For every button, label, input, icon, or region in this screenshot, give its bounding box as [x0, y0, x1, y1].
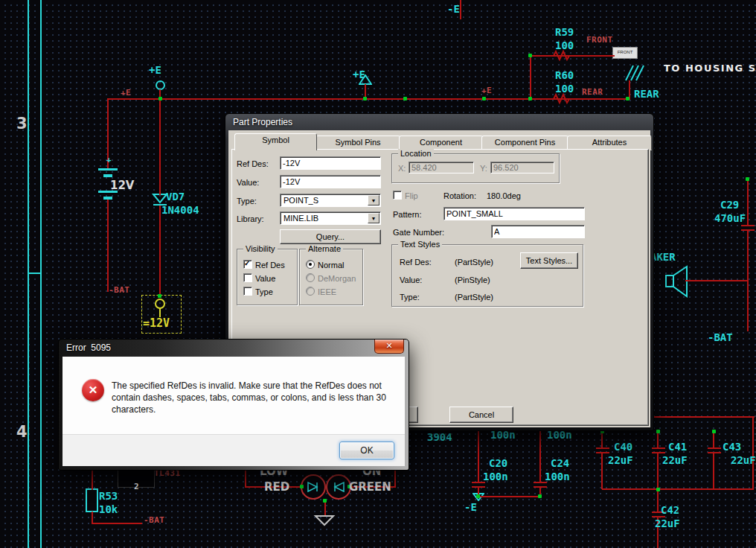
sheet-border-line	[28, 0, 29, 548]
refdes-input[interactable]	[280, 156, 381, 170]
capacitor-plate	[708, 447, 721, 449]
schematic-label: -E	[464, 502, 477, 513]
schematic-label: 100	[555, 40, 574, 51]
error-icon: ✕	[82, 379, 104, 401]
alternate-demorgan-radio	[306, 273, 315, 282]
schematic-label: +E	[149, 65, 161, 76]
wire-segment	[747, 179, 749, 225]
schematic-label: +E	[481, 86, 492, 95]
junction-dot	[626, 97, 630, 101]
rotation-value: 180.0deg	[487, 191, 521, 200]
error-body: ✕ The specified RefDes is invalid. Make …	[63, 357, 405, 466]
schematic-label: +E	[121, 89, 131, 98]
dialog-titlebar[interactable]: Part Properties	[225, 114, 653, 130]
schematic-label: TO HOUSING SH	[664, 63, 756, 74]
junction-dot	[363, 97, 367, 101]
error-message: The specified RefDes is invalid. Make su…	[112, 380, 386, 415]
schematic-label: R53	[99, 491, 118, 502]
net-port-label: FRONT	[618, 50, 633, 54]
wire-segment	[245, 470, 246, 487]
schematic-label: 3	[16, 115, 28, 132]
junction-dot	[403, 97, 407, 101]
gate-number-input[interactable]	[491, 225, 585, 238]
schematic-label: 100n	[490, 430, 516, 441]
wire-segment	[713, 453, 714, 489]
wire-segment	[531, 98, 628, 100]
location-group: Location X: Y:	[391, 153, 560, 183]
text-styles-group-label: Text Styles	[398, 240, 442, 249]
schematic-label: 3904	[427, 432, 452, 443]
junction-dot	[158, 294, 161, 298]
wire-segment	[601, 453, 603, 489]
ts-type-label: Type:	[400, 293, 420, 302]
visibility-type-checkbox[interactable]	[243, 287, 252, 296]
cancel-button[interactable]: Cancel	[449, 407, 513, 423]
pattern-label: Pattern:	[393, 210, 422, 219]
wire-segment	[92, 523, 142, 524]
tab-attributes[interactable]: Attributes	[567, 136, 652, 150]
schematic-label: FRONT	[586, 36, 613, 45]
wire-segment	[324, 500, 326, 515]
dropdown-button[interactable]: ▼	[368, 195, 379, 206]
ts-refdes-label: Ref Des:	[400, 258, 432, 267]
junction-dot	[746, 177, 749, 181]
schematic-label: R60	[555, 70, 574, 81]
schematic-label: +E	[353, 69, 365, 80]
error-title: Error 5095	[66, 342, 111, 353]
sheet-border-line	[103, 197, 112, 200]
capacitor-plate	[652, 447, 665, 449]
schematic-label: C41	[668, 442, 687, 453]
tab-symbol-pins[interactable]: Symbol Pins	[315, 136, 400, 150]
tab-symbol[interactable]: Symbol	[234, 133, 317, 150]
chevron-down-icon: ▼	[371, 216, 377, 221]
schematic-label: C24	[551, 458, 569, 469]
pattern-input[interactable]	[443, 207, 585, 220]
schematic-label: 12V	[110, 180, 134, 192]
capacitor-plate	[708, 452, 721, 453]
selected-point-symbol	[155, 299, 165, 309]
junction-dot	[656, 430, 660, 433]
junction-dot	[538, 494, 542, 498]
ok-button[interactable]: OK	[339, 442, 394, 459]
sheet-border-line	[103, 174, 112, 177]
wire-segment	[685, 280, 748, 281]
error-titlebar[interactable]: Error 5095	[59, 340, 409, 357]
junction-dot	[528, 54, 532, 57]
rotation-label: Rotation:	[443, 191, 476, 200]
visibility-refdes-checkbox[interactable]: ✓	[243, 260, 252, 269]
schematic-label: REAR	[634, 89, 659, 100]
wire-segment	[478, 430, 479, 482]
ground-triangle-icon	[313, 515, 336, 527]
location-group-label: Location	[398, 149, 434, 158]
schematic-label: VD7	[166, 191, 185, 203]
value-input[interactable]	[280, 175, 381, 188]
wire-segment	[657, 453, 659, 489]
schematic-label: -BAT	[144, 516, 165, 525]
capacitor-plate	[596, 447, 609, 449]
tab-component-pins[interactable]: Component Pins	[481, 136, 568, 150]
dropdown-button[interactable]: ▼	[368, 213, 379, 223]
wire-segment	[159, 98, 161, 195]
led-pair-symbol	[300, 473, 352, 501]
dialog-title: Part Properties	[233, 117, 292, 127]
wire-segment	[602, 488, 754, 490]
capacitor-plate	[472, 486, 485, 488]
library-combobox-value: MINE.LIB	[284, 214, 318, 223]
close-button[interactable]: ✕	[374, 340, 404, 354]
type-combobox[interactable]: POINT_S ▼	[280, 194, 381, 207]
capacitor-plate	[534, 486, 547, 488]
query-button[interactable]: Query...	[280, 229, 381, 244]
schematic-label: 100n	[483, 471, 508, 482]
alternate-ieee-radio	[306, 287, 315, 296]
schematic-label: 22uF	[662, 455, 688, 466]
visibility-value-checkbox[interactable]	[243, 273, 252, 282]
text-styles-button[interactable]: Text Styles...	[520, 252, 578, 269]
library-combobox[interactable]: MINE.LIB ▼	[280, 211, 381, 225]
net-port-box: FRONT	[612, 47, 638, 59]
schematic-label: +	[106, 156, 112, 165]
wire-segment	[653, 416, 755, 418]
tab-component[interactable]: Component	[399, 136, 483, 150]
refdes-label: Ref Des:	[237, 159, 269, 168]
schematic-label: 100n	[545, 471, 570, 482]
alternate-normal-radio[interactable]	[306, 260, 315, 269]
